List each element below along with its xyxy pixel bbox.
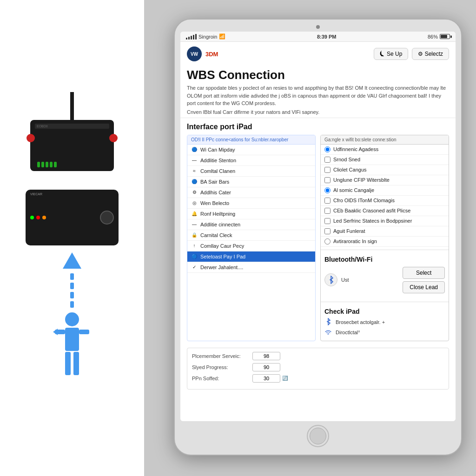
svg-rect-5 — [65, 352, 71, 375]
app-title-block: 3DM — [205, 51, 370, 58]
select-button[interactable]: ⚙ Selectz — [412, 48, 449, 60]
wifi-icon: 📶 — [219, 33, 225, 40]
device-leds — [30, 216, 46, 219]
item-icon: ◎ — [191, 200, 198, 206]
list-item[interactable]: 🔵 BA Sair Bars — [187, 177, 315, 187]
checkbox-input[interactable] — [324, 167, 331, 173]
vw-logo: VW — [187, 46, 202, 61]
list-item[interactable]: ↑ Comllay Caur Pecy — [187, 241, 315, 251]
list-item[interactable]: ◻ Aust Blycitair — [187, 273, 315, 275]
battery-percent: 86% — [428, 34, 438, 40]
signal-dots — [186, 34, 197, 40]
tablet-screen: Singroin 📶 8:39 PM 86% VW 3DM ⏾ Se Up ⚙ … — [180, 32, 456, 421]
item-icon: ✓ — [191, 264, 198, 271]
progress-input-2[interactable] — [252, 363, 280, 371]
progress-input-1[interactable] — [252, 352, 280, 360]
iface-left-panel: OD!I II PPc conne<ations for Su:nbler.na… — [187, 135, 316, 341]
check-list-item[interactable]: Udfinnenic Agadess — [321, 145, 449, 155]
setup-button[interactable]: ⏾ Se Up — [374, 48, 409, 60]
list-item[interactable]: ⚙ Addlhis Cater — [187, 187, 315, 198]
home-button[interactable] — [307, 425, 329, 447]
header-buttons: ⏾ Se Up ⚙ Selectz — [374, 48, 449, 60]
check-list-item[interactable]: CEb Baaklic Crasoned asfit Plicse — [321, 206, 449, 216]
check-list-item[interactable]: Led Serfrinc Statecs in Bodppsiner — [321, 216, 449, 226]
check-ipad-label-2: Diroctlctal° — [336, 330, 360, 335]
status-bar: Singroin 📶 8:39 PM 86% — [180, 32, 456, 42]
item-icon: 🔵 — [191, 178, 198, 185]
radio-input[interactable] — [324, 238, 331, 245]
progress-row-1: Plcemember Serveic: — [192, 352, 444, 360]
battery-fill — [441, 35, 447, 38]
bt-wifi-row: Ust Select Close Lead — [324, 267, 445, 293]
status-left: Singroin 📶 — [186, 33, 225, 40]
description-note: Cnven lBbl fual Carr difirme it your nat… — [187, 109, 449, 115]
svg-marker-3 — [53, 329, 58, 335]
list-item[interactable]: ≈ Comltal Clanen — [187, 166, 315, 177]
wifi-small-icon — [324, 329, 332, 336]
bt-buttons: Select Close Lead — [403, 267, 445, 293]
check-list-item[interactable]: Cfro OlDS ITonM Clomagis — [321, 196, 449, 206]
list-item[interactable]: ✓ Derwer Jahalent.... — [187, 262, 315, 273]
checkbox-input[interactable] — [324, 218, 331, 224]
check-list-item[interactable]: Avtiraroratic In sign — [321, 237, 449, 247]
check-ipad-item-1: Brosecbet actolgalr. + — [324, 318, 445, 327]
list-item[interactable]: 🔔 Ronf Heiltpning — [187, 209, 315, 219]
description-text: The car sppodate bles y poclect of an re… — [187, 84, 449, 107]
check-list-item[interactable]: Srnod Sned — [321, 155, 449, 165]
carrier-label: Singroin — [198, 34, 217, 40]
iface-left-list[interactable]: 🔵 Wi Can Mipday — Addlitie Stenton ≈ Com… — [187, 145, 315, 275]
item-icon: 🔵 — [191, 146, 198, 153]
progress-row-3: PPn Soffed: 🔄 — [192, 374, 444, 383]
progress-label-2: Slyed Progress: — [192, 364, 252, 370]
checkbox-input[interactable] — [324, 177, 331, 183]
list-item-selected[interactable]: 🔵 Setetoast Pay I Pad — [187, 251, 315, 262]
red-dot-left — [26, 134, 35, 142]
obd-connector: EOBDII — [30, 120, 114, 171]
progress-input-3[interactable] — [252, 374, 280, 383]
svg-rect-4 — [79, 330, 89, 334]
check-ipad-item-2: Diroctlctal° — [324, 329, 445, 336]
bt-close-button[interactable]: Close Lead — [403, 281, 445, 293]
iface-right-list[interactable]: Udfinnenic Agadess Srnod Sned Cliolet Ca… — [321, 145, 449, 247]
item-icon: ⚙ — [191, 189, 198, 196]
connection-arrow — [63, 250, 81, 310]
obd-device: VIECAR — [26, 190, 119, 245]
list-item[interactable]: 🔒 Carnital Cleck — [187, 230, 315, 241]
item-icon: ≈ — [191, 168, 198, 174]
progress-section: Plcemember Serveic: Slyed Progress: PPn … — [187, 348, 449, 390]
radio-input[interactable] — [324, 187, 331, 193]
svg-point-0 — [65, 312, 79, 326]
svg-rect-1 — [65, 328, 79, 351]
bt-device-text: Ust — [341, 277, 399, 283]
list-item[interactable]: ◎ Wen Belecto — [187, 198, 315, 209]
checkbox-input[interactable] — [324, 228, 331, 234]
tablet-device: Singroin 📶 8:39 PM 86% VW 3DM ⏾ Se Up ⚙ … — [174, 19, 462, 456]
check-ipad-label-1: Brosecbet actolgalr. + — [336, 319, 385, 325]
checkbox-input[interactable] — [324, 208, 331, 214]
divider — [321, 250, 449, 250]
list-item[interactable]: 🔵 Wi Can Mipday — [187, 145, 315, 155]
item-icon: 🔵 — [191, 253, 198, 260]
bluetooth-small-icon — [324, 318, 332, 327]
human-figure — [51, 310, 93, 384]
checkbox-input[interactable] — [324, 157, 331, 163]
item-icon: 🔔 — [191, 211, 198, 217]
progress-row-2: Slyed Progress: — [192, 363, 444, 371]
progress-label-3: PPn Soffed: — [192, 376, 252, 381]
status-time: 8:39 PM — [317, 34, 337, 40]
page-title: WBS Connection — [187, 68, 449, 82]
check-list-item[interactable]: Aguit Funlerat — [321, 226, 449, 237]
check-list-item[interactable]: Al somic Cangalje — [321, 185, 449, 196]
check-list-item[interactable]: Cliolet Cangus — [321, 165, 449, 175]
list-item[interactable]: — Addlitie cinnecten — [187, 219, 315, 230]
item-icon: — — [191, 221, 198, 228]
status-right: 86% — [428, 34, 450, 40]
checkbox-input[interactable] — [324, 198, 331, 204]
app-header: VW 3DM ⏾ Se Up ⚙ Selectz — [180, 42, 456, 64]
list-item[interactable]: — Addlitie Stenton — [187, 155, 315, 166]
item-icon: ↑ — [191, 243, 198, 249]
check-list-item[interactable]: Unglune CFIP Witersblte — [321, 175, 449, 185]
bt-select-button[interactable]: Select — [403, 267, 445, 279]
radio-input[interactable] — [324, 146, 331, 152]
divider — [321, 302, 449, 302]
